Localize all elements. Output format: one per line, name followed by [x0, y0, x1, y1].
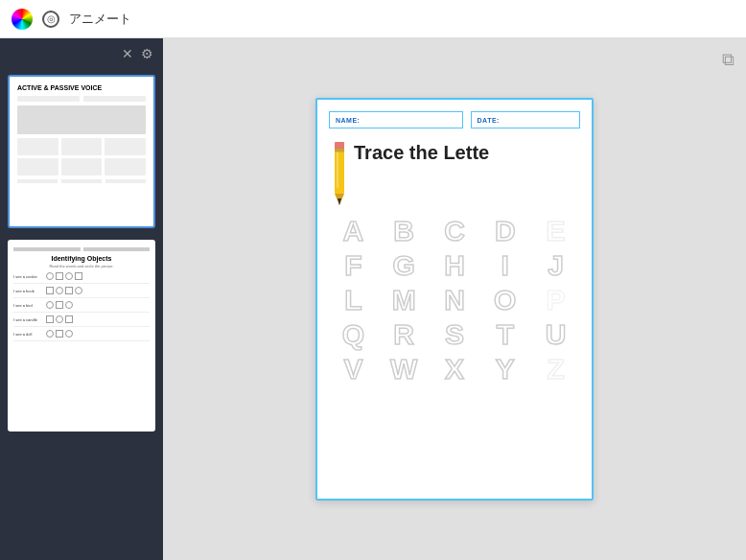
- icon-circle-4: [75, 287, 82, 294]
- letter-Z: Z: [531, 353, 580, 385]
- title-text: Trace the Lette: [354, 142, 489, 163]
- name-field[interactable]: NAME:: [329, 111, 463, 128]
- letter-A: A: [329, 215, 378, 247]
- doc-fields: NAME: DATE:: [329, 111, 580, 128]
- color-wheel-icon[interactable]: [12, 9, 33, 30]
- date-field[interactable]: DATE:: [471, 111, 580, 128]
- close-button[interactable]: ✕: [122, 46, 133, 61]
- page-thumb-1[interactable]: ACTIVE & PASSIVE VOICE: [8, 75, 155, 228]
- main-area: ✕ ⚙ ACTIVE & PASSIVE VOICE: [0, 38, 746, 560]
- letter-D: D: [480, 215, 529, 247]
- row-icons-1: [46, 272, 82, 280]
- icon-sq-5: [56, 301, 63, 309]
- icon-circle-1: [46, 272, 54, 280]
- letter-W: W: [380, 353, 429, 385]
- pencil-icon: [329, 138, 350, 207]
- row-icons-3: [46, 301, 73, 309]
- svg-rect-5: [337, 152, 338, 188]
- thumb1-title: ACTIVE & PASSIVE VOICE: [17, 84, 146, 92]
- list-item: I see a bird: [13, 301, 150, 313]
- row-label-2: I see a book: [13, 289, 42, 293]
- thumb1-footer-2: [61, 179, 102, 183]
- row-icons-2: [46, 287, 82, 294]
- letter-M: M: [380, 284, 429, 316]
- thumb2-header-line-2: [83, 247, 151, 251]
- date-label: DATE:: [478, 117, 500, 124]
- thumb1-block-1: [17, 96, 80, 102]
- thumb2-content: Identifying Objects Read the words and c…: [8, 240, 155, 352]
- letter-S: S: [431, 318, 479, 351]
- canvas-area: ⧉ NAME: DATE:: [163, 38, 746, 560]
- letter-X: X: [431, 353, 479, 385]
- svg-rect-1: [335, 142, 344, 150]
- thumb1-cell-1: [17, 138, 58, 155]
- thumb2-subtitle: Read the words and circle the picture.: [13, 264, 150, 268]
- toolbar: ◎ アニメート: [0, 0, 746, 38]
- letter-grid: A B C D E F G H I J L M N O P Q R S: [329, 215, 580, 385]
- icon-circle-8: [46, 330, 54, 338]
- icon-sq-2: [75, 272, 82, 280]
- thumb1-cell-6: [105, 158, 146, 175]
- letter-Q: Q: [329, 318, 378, 351]
- row-label-4: I see a candle: [13, 317, 42, 322]
- document-page: NAME: DATE:: [315, 98, 594, 501]
- icon-circle-6: [65, 301, 73, 309]
- letter-O: O: [480, 284, 529, 316]
- letter-Y: Y: [480, 353, 529, 385]
- list-item: I see a candle: [13, 315, 150, 327]
- page-thumb-2[interactable]: Identifying Objects Read the words and c…: [8, 240, 155, 432]
- icon-sq-8: [56, 330, 63, 338]
- icon-sq-4: [65, 287, 73, 294]
- thumb1-cell-5: [61, 158, 103, 175]
- sidebar-header: ✕ ⚙: [0, 38, 163, 69]
- thumb1-grid: [17, 138, 146, 175]
- letter-I: I: [480, 249, 529, 282]
- letter-T: T: [480, 318, 529, 351]
- settings-icon[interactable]: ⚙: [141, 46, 153, 61]
- animate-icon: ◎: [42, 11, 59, 28]
- thumb1-footer-3: [105, 179, 146, 183]
- letter-L: L: [329, 284, 378, 316]
- letter-C: C: [431, 215, 479, 247]
- icon-circle-7: [56, 315, 63, 323]
- thumb1-text-block: [17, 105, 146, 134]
- list-item: I see a cookie: [13, 272, 150, 284]
- row-icons-4: [46, 315, 73, 323]
- thumb1-lines: [17, 96, 146, 102]
- row-label-3: I see a bird: [13, 303, 42, 308]
- list-item: I see a book: [13, 287, 150, 298]
- icon-sq-3: [46, 287, 54, 294]
- letter-G: G: [380, 249, 429, 282]
- letter-P: P: [531, 284, 580, 316]
- letter-F: F: [329, 249, 378, 282]
- icon-circle-9: [65, 330, 73, 338]
- letter-H: H: [431, 249, 479, 282]
- animate-label[interactable]: アニメート: [69, 11, 131, 28]
- letter-E: E: [531, 215, 580, 247]
- name-label: NAME:: [336, 117, 360, 124]
- svg-rect-0: [335, 146, 344, 194]
- thumb1-footer-1: [17, 179, 58, 183]
- letter-V: V: [329, 353, 378, 385]
- sidebar: ✕ ⚙ ACTIVE & PASSIVE VOICE: [0, 38, 163, 560]
- thumb1-content: ACTIVE & PASSIVE VOICE: [10, 77, 153, 191]
- icon-sq-7: [65, 315, 73, 323]
- thumb1-footer: [17, 179, 146, 183]
- icon-sq-1: [56, 272, 63, 280]
- icon-sq-6: [46, 315, 54, 323]
- document-icon[interactable]: ⧉: [722, 50, 734, 70]
- doc-title: Trace the Lette: [354, 138, 489, 163]
- letter-J: J: [531, 249, 580, 282]
- row-label-1: I see a cookie: [13, 274, 42, 279]
- thumb1-cell-2: [61, 138, 103, 155]
- icon-circle-2: [65, 272, 73, 280]
- letter-B: B: [380, 215, 429, 247]
- row-label-5: I see a doll: [13, 332, 42, 337]
- thumb1-cell-4: [17, 158, 58, 175]
- doc-title-row: Trace the Lette: [329, 138, 580, 207]
- icon-circle-3: [56, 287, 63, 294]
- row-icons-5: [46, 330, 73, 338]
- thumb1-cell-3: [105, 138, 146, 155]
- letter-U: U: [531, 318, 580, 351]
- thumb2-header-line-1: [13, 247, 81, 251]
